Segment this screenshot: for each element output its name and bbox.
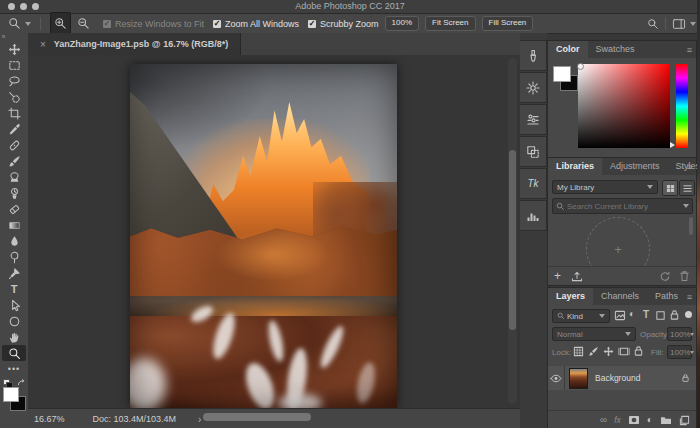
workspace-icon[interactable] [672,18,686,30]
zoom-out-button[interactable] [74,13,93,34]
tool-eraser[interactable] [2,201,26,217]
lock-position-button[interactable] [603,346,614,357]
swap-colors-icon[interactable] [17,379,26,387]
fill-screen-button[interactable]: Fill Screen [482,16,534,31]
tool-eyedropper[interactable] [2,121,26,137]
window-zoom-button[interactable] [32,3,39,10]
sync-icon[interactable] [659,271,671,282]
link-layers-button[interactable]: ∞ [600,416,607,424]
window-minimize-button[interactable] [20,3,27,10]
tool-spot-healing[interactable] [2,137,26,153]
status-zoom-field[interactable]: 16.67% [34,414,65,424]
filter-shape-layers-button[interactable] [655,310,666,321]
new-library-element-button[interactable]: + [554,271,561,281]
library-search-input[interactable] [565,201,669,212]
tab-adjustments[interactable]: Adjustments [602,158,668,175]
blend-mode-select[interactable]: Normal [552,327,636,341]
add-layer-mask-button[interactable] [628,415,640,425]
toolbar-collapse-icon[interactable]: » [0,33,30,41]
default-colors-icon[interactable] [3,379,11,386]
fit-screen-button[interactable]: Fit Screen [425,16,475,31]
tool-more-tools[interactable]: ••• [2,361,26,377]
tk-panel-button[interactable]: Tk [520,168,547,199]
tool-quick-selection[interactable] [2,89,26,105]
document-tab[interactable]: × YanZhang-Image1.psb @ 16.7% (RGB/8*) [28,33,241,55]
grid-view-button[interactable] [662,180,678,196]
filter-smart-objects-button[interactable] [669,309,680,321]
tool-lasso[interactable] [2,73,26,89]
hue-slider[interactable] [676,64,688,148]
foreground-color-swatch[interactable] [3,387,19,402]
close-tab-icon[interactable]: × [40,39,46,50]
tab-color[interactable]: Color [548,41,588,58]
new-adjustment-layer-button[interactable]: ◐ [647,415,653,425]
trash-icon[interactable] [679,270,690,282]
tab-layers[interactable]: Layers [548,288,593,305]
layer-row-background[interactable]: Background [548,366,696,390]
layer-name[interactable]: Background [595,373,640,383]
zoom-tool-preset[interactable] [5,13,34,34]
tool-blur[interactable] [2,233,26,249]
lock-all-button[interactable] [633,345,644,357]
zoom-all-windows-checkbox[interactable]: ✓ Zoom All Windows [213,14,299,33]
vertical-scrollbar-thumb[interactable] [509,150,516,330]
layer-style-button[interactable]: fx [614,415,621,425]
panel-menu-icon[interactable]: ≡ [687,163,692,171]
tool-type[interactable]: T [2,281,26,297]
new-group-button[interactable] [660,415,672,425]
tab-paths[interactable]: Paths [647,288,686,305]
layer-filter-toggle[interactable] [685,311,692,318]
fill-select[interactable]: 100% [667,345,692,359]
tool-path-selection[interactable] [2,297,26,313]
tab-styles[interactable]: Styles [668,158,700,175]
lock-transparency-button[interactable] [573,346,584,357]
status-chevron-icon[interactable]: › [198,414,201,425]
new-layer-button[interactable] [679,415,690,426]
scrubby-zoom-checkbox[interactable]: ✓ Scrubby Zoom [308,14,379,33]
lock-pixels-button[interactable] [588,346,599,357]
tool-hand[interactable] [2,329,26,345]
window-close-button[interactable] [8,3,15,10]
brush-settings-panel-button[interactable] [520,40,547,71]
library-select[interactable]: My Library [552,180,658,194]
search-icon[interactable] [647,18,659,30]
histogram-panel-button[interactable] [520,200,547,231]
tab-swatches[interactable]: Swatches [588,41,643,58]
library-search-field[interactable] [552,198,693,214]
tool-brush[interactable] [2,153,26,169]
layer-thumbnail[interactable] [569,368,588,389]
panel-menu-icon[interactable]: ≡ [687,293,692,301]
panel-scrollbar-thumb[interactable] [689,217,693,235]
properties-panel-button[interactable] [520,104,547,135]
list-view-button[interactable] [679,180,695,196]
zoom-in-button[interactable] [50,12,71,35]
filter-pixel-layers-button[interactable] [614,310,626,321]
tool-pen[interactable] [2,265,26,281]
tool-crop[interactable] [2,105,26,121]
color-saturation-field[interactable] [578,64,670,148]
horizontal-scrollbar-thumb[interactable] [203,413,311,421]
tool-history-brush[interactable] [2,185,26,201]
chevron-down-icon[interactable] [690,22,696,26]
clone-source-panel-button[interactable] [520,136,547,167]
layer-visibility-toggle[interactable] [548,374,564,383]
tab-libraries[interactable]: Libraries [548,158,602,175]
panel-menu-icon[interactable]: ≡ [687,46,692,54]
hue-slider-marker[interactable] [670,142,675,148]
photo-document[interactable] [130,64,397,408]
tool-ellipse[interactable] [2,313,26,329]
resize-windows-checkbox[interactable]: ✓ Resize Windows to Fit [103,14,204,33]
filter-type-layers-button[interactable]: T [643,309,649,320]
tool-clone-stamp[interactable] [2,169,26,185]
adjustments-panel-button[interactable] [520,72,547,103]
layer-filter-select[interactable]: Kind [552,309,610,323]
tool-zoom[interactable] [2,345,26,361]
tab-channels[interactable]: Channels [593,288,647,305]
import-icon[interactable] [571,271,583,282]
foreground-color-swatch[interactable] [553,66,571,82]
tool-move[interactable] [2,41,26,57]
lock-artboard-button[interactable] [618,346,630,357]
tool-dodge[interactable] [2,249,26,265]
zoom-percent-button[interactable]: 100% [385,16,419,31]
filter-adjustment-layers-button[interactable]: ◐ [629,309,635,319]
